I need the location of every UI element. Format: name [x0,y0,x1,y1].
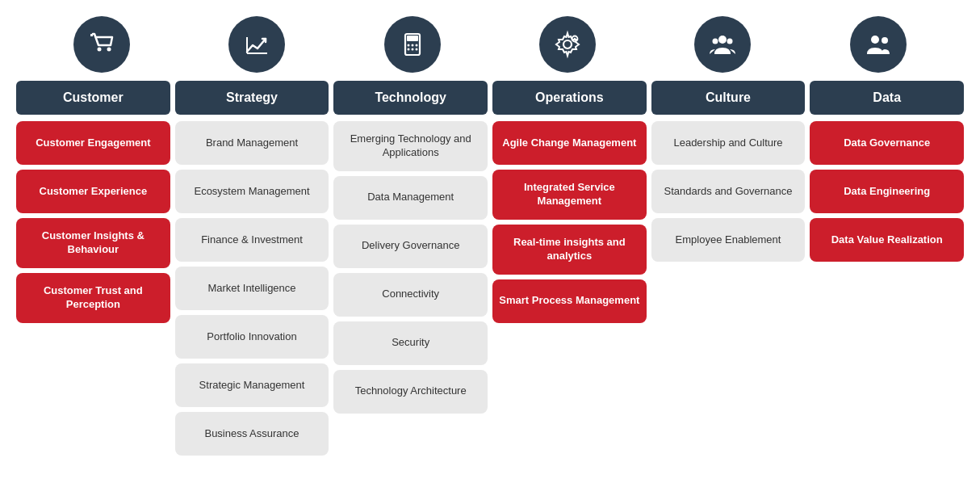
svg-point-9 [415,44,417,47]
list-item[interactable]: Customer Insights & Behaviour [16,218,170,268]
headers-row: Customer Strategy Technology Operations … [16,81,964,115]
svg-point-8 [411,44,413,47]
svg-point-12 [415,48,417,51]
customer-column: Customer Engagement Customer Experience … [16,121,170,323]
list-item[interactable]: Employee Enablement [651,218,806,262]
strategy-icon [228,16,285,73]
svg-point-18 [727,39,733,44]
icons-row [16,16,964,73]
list-item[interactable]: Strategic Management [175,363,329,407]
list-item[interactable]: Market Intelligence [175,267,329,310]
list-item[interactable]: Data Management [333,176,488,220]
culture-icon [694,16,751,73]
list-item[interactable]: Ecosystem Management [175,170,329,213]
customer-header: Customer [16,81,170,115]
svg-point-11 [411,48,413,51]
svg-point-13 [563,40,572,48]
list-item[interactable]: Data Value Realization [810,218,964,262]
list-item[interactable]: Real-time insights and analytics [492,225,647,275]
list-item[interactable]: Customer Engagement [16,121,170,165]
svg-point-1 [98,48,102,52]
list-item[interactable]: Smart Process Management [492,279,647,323]
list-item[interactable]: Data Engineering [810,170,964,213]
svg-point-10 [407,48,409,51]
svg-point-16 [718,36,727,44]
svg-point-2 [107,48,111,52]
list-item[interactable]: Brand Management [175,121,329,165]
operations-header: Operations [492,81,647,115]
data-icon [850,16,907,73]
main-container: Customer Strategy Technology Operations … [16,16,964,456]
list-item[interactable]: Integrated Service Management [492,170,647,220]
list-item[interactable]: Data Governance [810,121,964,165]
technology-header: Technology [333,81,488,115]
customer-icon [73,16,130,73]
technology-icon [384,16,441,73]
list-item[interactable]: Security [333,321,488,365]
list-item[interactable]: Emerging Technology and Applications [333,121,488,171]
grid-area: Customer Engagement Customer Experience … [16,121,964,456]
list-item[interactable]: Agile Change Management [492,121,647,165]
list-item[interactable]: Business Assurance [175,412,329,456]
svg-point-15 [574,38,576,40]
list-item[interactable]: Standards and Governance [651,170,806,213]
data-column: Data Governance Data Engineering Data Va… [810,121,964,262]
operations-icon [539,16,596,73]
list-item[interactable]: Finance & Investment [175,218,329,262]
svg-point-17 [713,39,718,44]
svg-rect-6 [407,36,418,41]
culture-column: Leadership and Culture Standards and Gov… [651,121,806,262]
list-item[interactable]: Customer Experience [16,170,170,213]
list-item[interactable]: Portfolio Innovation [175,315,329,359]
operations-column: Agile Change Management Integrated Servi… [492,121,647,323]
list-item[interactable]: Delivery Governance [333,225,488,268]
svg-point-7 [407,44,409,47]
data-header: Data [810,81,964,115]
list-item[interactable]: Customer Trust and Perception [16,273,170,323]
list-item[interactable]: Leadership and Culture [651,121,806,165]
list-item[interactable]: Technology Architecture [333,370,488,414]
technology-column: Emerging Technology and Applications Dat… [333,121,488,414]
svg-point-19 [871,36,879,44]
strategy-header: Strategy [175,81,329,115]
strategy-column: Brand Management Ecosystem Management Fi… [175,121,329,456]
list-item[interactable]: Connectivity [333,273,488,317]
culture-header: Culture [651,81,806,115]
svg-point-20 [882,37,888,44]
